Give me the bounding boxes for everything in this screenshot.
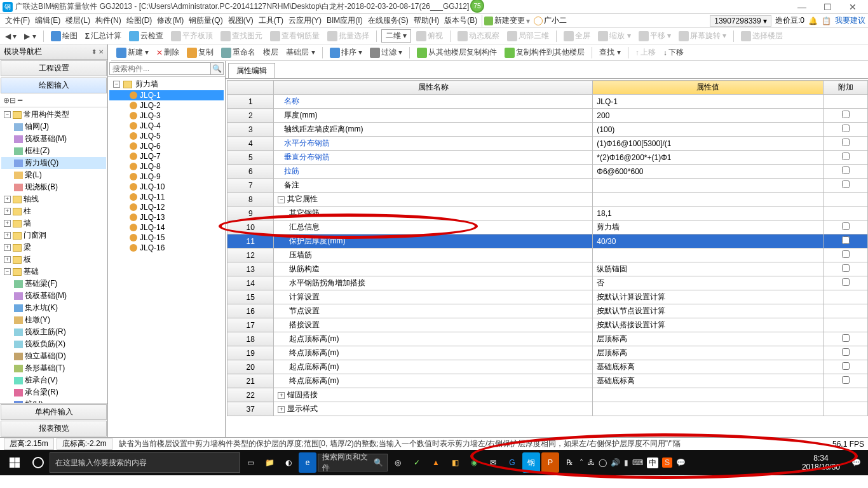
table-row[interactable]: 10汇总信息剪力墙 bbox=[227, 220, 868, 234]
tb-top[interactable]: 俯视 bbox=[414, 29, 445, 43]
tb-fwd[interactable]: ▶ ▾ bbox=[22, 30, 38, 42]
wall-list[interactable]: −剪力墙JLQ-1JLQ-2JLQ-3JLQ-4JLQ-5JLQ-6JLQ-7J… bbox=[108, 77, 225, 437]
mail-icon[interactable]: ✉ bbox=[484, 452, 502, 473]
tree-item[interactable]: +轴线 bbox=[1, 193, 106, 205]
expand-icon[interactable]: ⊕⊟ bbox=[3, 96, 16, 105]
tray-net-icon[interactable]: 🖧 bbox=[587, 458, 595, 467]
search-input[interactable] bbox=[109, 62, 211, 75]
tree-item[interactable]: 条形基础(T) bbox=[1, 362, 106, 374]
tree-item[interactable]: 承台梁(R) bbox=[1, 386, 106, 398]
menu-file[interactable]: 文件(F) bbox=[3, 15, 32, 26]
app7-icon[interactable]: ◉ bbox=[465, 452, 483, 473]
tray-kb-icon[interactable]: ⌨ bbox=[632, 458, 643, 467]
note-icon[interactable]: 📋 bbox=[822, 17, 831, 25]
table-row[interactable]: 16节点设置按默认节点设置计算 bbox=[227, 304, 868, 318]
tb-zoom[interactable]: 缩放 ▾ bbox=[595, 29, 633, 43]
tab-draw[interactable]: 绘图输入 bbox=[1, 78, 107, 93]
wall-item[interactable]: JLQ-13 bbox=[109, 212, 224, 222]
tray-vol-icon[interactable]: 🔊 bbox=[611, 458, 620, 467]
tab-ws[interactable]: 工程设置 bbox=[1, 60, 107, 76]
tree-item[interactable]: 柱墩(Y) bbox=[1, 314, 106, 326]
wall-item[interactable]: JLQ-2 bbox=[109, 100, 224, 111]
app5-icon[interactable]: ▲ bbox=[427, 452, 445, 473]
app6-icon[interactable]: ◧ bbox=[446, 452, 464, 473]
menu-help[interactable]: 帮助(H) bbox=[411, 15, 442, 26]
menu-view[interactable]: 视图(V) bbox=[226, 15, 256, 26]
app10-icon[interactable]: ℞ bbox=[560, 452, 578, 473]
menu-floor[interactable]: 楼层(L) bbox=[63, 15, 93, 26]
tb-find[interactable]: 查找图元 bbox=[218, 29, 265, 43]
property-table[interactable]: 属性名称 属性值 附加 1名称JLQ-12厚度(mm)2003轴线距左墙皮距离(… bbox=[227, 80, 868, 416]
tree-item[interactable]: +板 bbox=[1, 254, 106, 266]
tb-rot[interactable]: 屏幕旋转 ▾ bbox=[676, 29, 729, 43]
wall-item[interactable]: JLQ-7 bbox=[109, 151, 224, 161]
tree-item[interactable]: 筏板基础(M) bbox=[1, 133, 106, 145]
tree-item[interactable]: 剪力墙(Q) bbox=[1, 157, 106, 169]
btn-report[interactable]: 报表预览 bbox=[1, 421, 107, 437]
search-button[interactable]: 🔍 bbox=[211, 62, 224, 75]
tb-down[interactable]: ↓下移 bbox=[661, 46, 686, 59]
tree-item[interactable]: −基础 bbox=[1, 266, 106, 278]
app1-icon[interactable]: 📁 bbox=[261, 452, 278, 473]
tree-item[interactable]: +墙 bbox=[1, 217, 106, 229]
extra-checkbox[interactable] bbox=[842, 111, 850, 118]
sogou-icon[interactable]: S bbox=[662, 458, 672, 468]
table-row[interactable]: 1名称JLQ-1 bbox=[227, 95, 868, 109]
extra-checkbox[interactable] bbox=[842, 348, 850, 356]
tb-rename[interactable]: 重命名 bbox=[219, 46, 258, 59]
table-row[interactable]: 12压墙筋 bbox=[227, 248, 868, 262]
table-row[interactable]: 7备注 bbox=[227, 179, 868, 193]
tb-copyto[interactable]: 复制构件到其他楼层 bbox=[502, 46, 587, 59]
wall-item[interactable]: JLQ-8 bbox=[109, 161, 224, 172]
wall-item[interactable]: JLQ-12 bbox=[109, 202, 224, 212]
tb-sum[interactable]: Σ 汇总计算 bbox=[83, 29, 124, 43]
wall-item[interactable]: JLQ-15 bbox=[109, 233, 224, 243]
table-row[interactable]: 2厚度(mm)200 bbox=[227, 109, 868, 123]
tree-item[interactable]: +柱 bbox=[1, 205, 106, 217]
taskview-icon[interactable]: ▭ bbox=[241, 452, 259, 473]
menu-edit[interactable]: 编辑(E) bbox=[32, 15, 63, 26]
extra-checkbox[interactable] bbox=[842, 139, 850, 146]
tree-item[interactable]: 桩承台(V) bbox=[1, 374, 106, 386]
tree-item[interactable]: 梁(L) bbox=[1, 169, 106, 181]
tb-flat[interactable]: 平齐板顶 bbox=[168, 29, 215, 43]
tb-dyn[interactable]: 动态观察 bbox=[455, 29, 502, 43]
table-row[interactable]: 18起点顶标高(m)层顶标高 bbox=[227, 332, 868, 346]
menu-component[interactable]: 构件(N) bbox=[93, 15, 124, 26]
ime-icon[interactable]: 中 bbox=[647, 458, 658, 468]
tb-copy[interactable]: 复制 bbox=[184, 46, 216, 59]
wall-item[interactable]: JLQ-14 bbox=[109, 222, 224, 233]
table-row[interactable]: 37+显示样式 bbox=[227, 402, 868, 416]
tb-pan[interactable]: 平移 ▾ bbox=[636, 29, 674, 43]
table-row[interactable]: 22+锚固搭接 bbox=[227, 388, 868, 402]
tb-draw[interactable]: 绘图 bbox=[48, 29, 80, 43]
ppt-icon[interactable]: P bbox=[541, 452, 559, 473]
wall-item[interactable]: JLQ-5 bbox=[109, 131, 224, 141]
bell-icon[interactable]: 🔔 bbox=[808, 17, 818, 25]
tb-selfloor[interactable]: 选择楼层 bbox=[738, 29, 785, 43]
suggest-link[interactable]: 我要建议 bbox=[835, 15, 865, 26]
extra-checkbox[interactable] bbox=[842, 125, 850, 132]
tab-propedit[interactable]: 属性编辑 bbox=[228, 63, 275, 78]
table-row[interactable]: 8−其它属性 bbox=[227, 193, 868, 207]
cortana-button[interactable] bbox=[28, 452, 48, 473]
extra-checkbox[interactable] bbox=[842, 236, 850, 244]
tree-item[interactable]: 集水坑(K) bbox=[1, 302, 106, 314]
tb-up[interactable]: ↑上移 bbox=[633, 46, 658, 59]
component-tree[interactable]: −常用构件类型轴网(J)筏板基础(M)框柱(Z)剪力墙(Q)梁(L)现浇板(B)… bbox=[0, 107, 107, 403]
menu-version[interactable]: 版本号(B) bbox=[442, 15, 480, 26]
phone-dropdown[interactable]: 13907298339 ▾ bbox=[710, 15, 771, 27]
tb-search[interactable]: 查找 ▾ bbox=[597, 46, 623, 59]
new-change-button[interactable]: 新建变更 ▾ bbox=[484, 15, 530, 26]
tb-basefloor[interactable]: 基础层 ▾ bbox=[283, 46, 317, 59]
extra-checkbox[interactable] bbox=[842, 250, 850, 258]
tree-item[interactable]: 筏板基础(M) bbox=[1, 290, 106, 302]
tb-local3d[interactable]: 局部三维 bbox=[505, 29, 552, 43]
table-row[interactable]: 19终点顶标高(m)层顶标高 bbox=[227, 346, 868, 360]
tree-item[interactable]: 筏板负筋(X) bbox=[1, 338, 106, 350]
notif-icon[interactable]: 💬 bbox=[846, 458, 865, 467]
app9-icon[interactable]: 钢 bbox=[522, 452, 540, 473]
extra-checkbox[interactable] bbox=[842, 362, 850, 370]
ie-search[interactable]: 搜索网页和文件🔍 bbox=[318, 454, 388, 471]
wall-item[interactable]: JLQ-9 bbox=[109, 172, 224, 182]
